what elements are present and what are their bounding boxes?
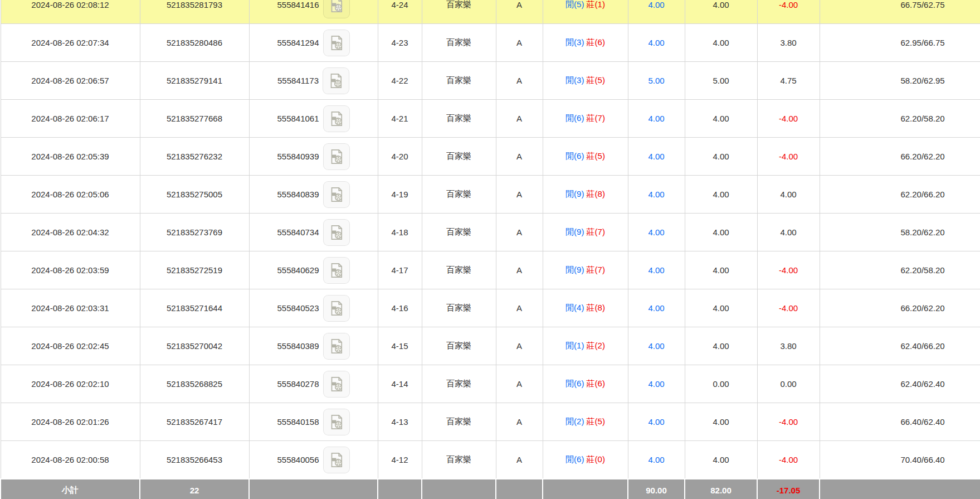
cell-bet-id: 521835266453: [140, 441, 249, 479]
cell-round-no: 4-19: [378, 176, 422, 214]
cell-time: 2024-08-26 02:02:45: [1, 327, 140, 365]
result-banker: 莊(7): [587, 265, 605, 274]
video-replay-icon: [327, 223, 346, 242]
cell-time: 2024-08-26 02:00:58: [1, 441, 140, 479]
result-player: 閒(5): [565, 0, 584, 9]
round-id-text: 555840734: [277, 227, 319, 237]
cell-table: A: [496, 24, 543, 62]
cell-result: 閒(3) 莊(6): [543, 24, 628, 62]
cell-win-loss: 3.80: [757, 24, 820, 62]
round-id-text: 555840839: [277, 190, 319, 199]
cell-table: A: [496, 176, 543, 214]
result-player: 閒(3): [565, 37, 584, 47]
cell-bet-id: 521835281793: [140, 0, 249, 24]
cell-game: 百家樂: [422, 176, 496, 214]
round-id-text: 555840939: [277, 152, 319, 161]
table-row: 2024-08-26 02:03:31 521835271644 5558405…: [1, 289, 980, 327]
cell-balance: 66.20/62.20: [820, 138, 980, 176]
result-banker: 莊(5): [587, 151, 605, 161]
video-replay-button[interactable]: [323, 295, 350, 322]
video-replay-button[interactable]: [323, 447, 350, 473]
round-id-text: 555840158: [277, 417, 319, 427]
video-replay-button[interactable]: [323, 0, 350, 18]
video-replay-button[interactable]: [323, 67, 349, 94]
cell-valid-bet: 4.00: [685, 251, 757, 289]
video-replay-button[interactable]: [323, 333, 350, 360]
round-id-text: 555840523: [277, 303, 319, 313]
cell-round-no: 4-18: [378, 214, 422, 251]
cell-game: 百家樂: [422, 24, 496, 62]
cell-round-id: 555840939: [249, 138, 378, 176]
cell-bet-id: 521835268825: [140, 365, 249, 403]
cell-time: 2024-08-26 02:04:32: [1, 214, 140, 251]
round-id-text: 555840278: [277, 379, 319, 389]
video-replay-button[interactable]: [323, 371, 350, 398]
cell-time: 2024-08-26 02:06:57: [1, 62, 140, 100]
table-row: 2024-08-26 02:01:26 521835267417 5558401…: [1, 403, 980, 441]
table-row: 2024-08-26 02:08:12 521835281793 5558414…: [1, 0, 980, 24]
result-banker: 莊(6): [587, 379, 605, 388]
cell-bet: 4.00: [628, 100, 685, 138]
cell-balance: 66.40/62.40: [820, 403, 980, 441]
cell-bet-id: 521835267417: [140, 403, 249, 441]
cell-valid-bet: 4.00: [685, 441, 757, 479]
cell-valid-bet: 4.00: [685, 327, 757, 365]
cell-table: A: [496, 441, 543, 479]
cell-balance: 58.20/62.95: [820, 62, 980, 100]
round-id-text: 555840629: [277, 265, 319, 275]
cell-balance: 62.20/66.20: [820, 176, 980, 214]
cell-time: 2024-08-26 02:03:59: [1, 251, 140, 289]
cell-bet: 4.00: [628, 289, 685, 327]
video-replay-button[interactable]: [323, 219, 350, 246]
result-banker: 莊(7): [587, 227, 605, 236]
cell-game: 百家樂: [422, 214, 496, 251]
video-replay-icon: [326, 71, 345, 90]
round-id-text: 555840056: [277, 455, 319, 464]
video-replay-button[interactable]: [323, 257, 350, 284]
cell-table: A: [496, 251, 543, 289]
cell-bet-id: 521835279141: [140, 62, 249, 100]
video-replay-button[interactable]: [323, 30, 350, 56]
cell-balance: 62.95/66.75: [820, 24, 980, 62]
result-player: 閒(2): [565, 416, 584, 426]
video-replay-button[interactable]: [323, 105, 350, 132]
records-tbody: 2024-08-26 02:08:12 521835281793 5558414…: [1, 0, 980, 499]
table-row: 2024-08-26 02:07:34 521835280486 5558412…: [1, 24, 980, 62]
bet-history-table: 2024-08-26 02:08:12 521835281793 5558414…: [0, 0, 980, 499]
result-banker: 莊(5): [587, 75, 605, 85]
result-player: 閒(1): [565, 341, 584, 350]
cell-bet-id: 521835270042: [140, 327, 249, 365]
cell-win-loss: -4.00: [757, 0, 820, 24]
cell-table: A: [496, 138, 543, 176]
video-replay-button[interactable]: [323, 143, 350, 170]
video-replay-button[interactable]: [323, 181, 350, 208]
cell-valid-bet: 4.00: [685, 100, 757, 138]
video-replay-button[interactable]: [323, 409, 350, 435]
subtotal-count: 22: [140, 479, 249, 499]
cell-bet-id: 521835273769: [140, 214, 249, 251]
cell-round-id: 555841061: [249, 100, 378, 138]
cell-round-no: 4-17: [378, 251, 422, 289]
result-banker: 莊(6): [587, 37, 605, 47]
table-row: 2024-08-26 02:05:39 521835276232 5558409…: [1, 138, 980, 176]
cell-win-loss: -4.00: [757, 403, 820, 441]
video-replay-icon: [327, 450, 346, 469]
cell-result: 閒(2) 莊(5): [543, 403, 628, 441]
cell-result: 閒(1) 莊(2): [543, 327, 628, 365]
result-banker: 莊(8): [587, 189, 605, 198]
cell-win-loss: 3.80: [757, 327, 820, 365]
result-banker: 莊(1): [587, 0, 605, 9]
cell-valid-bet: 4.00: [685, 214, 757, 251]
result-player: 閒(9): [565, 227, 584, 236]
cell-time: 2024-08-26 02:02:10: [1, 365, 140, 403]
cell-round-id: 555840523: [249, 289, 378, 327]
cell-table: A: [496, 214, 543, 251]
subtotal-label: 小計: [1, 479, 140, 499]
table-row: 2024-08-26 02:04:32 521835273769 5558407…: [1, 214, 980, 251]
cell-balance: 58.20/62.20: [820, 214, 980, 251]
cell-bet: 4.00: [628, 176, 685, 214]
cell-win-loss: 4.00: [757, 176, 820, 214]
cell-time: 2024-08-26 02:07:34: [1, 24, 140, 62]
cell-round-no: 4-12: [378, 441, 422, 479]
cell-bet: 4.00: [628, 327, 685, 365]
